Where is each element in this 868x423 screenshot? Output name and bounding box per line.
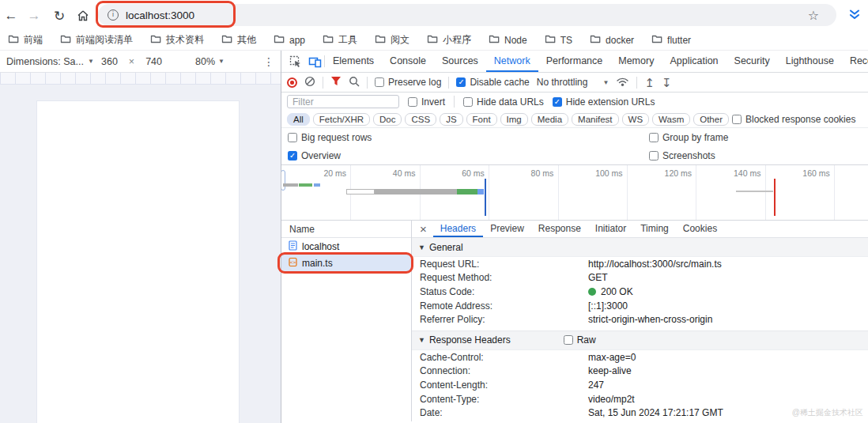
network-conditions-icon[interactable] — [616, 76, 629, 89]
tab-performance[interactable]: Performance — [538, 51, 611, 72]
timeline-gridline — [834, 165, 835, 220]
type-filter-font[interactable]: Font — [466, 113, 497, 126]
clear-network-log-icon[interactable] — [304, 76, 315, 89]
blocked-response-cookies-checkbox[interactable]: Blocked response cookies — [732, 114, 855, 125]
hide-extension-urls-checkbox[interactable]: ✓ Hide extension URLs — [553, 96, 655, 108]
close-icon[interactable]: × — [420, 223, 427, 235]
reload-icon[interactable]: ↻ — [51, 7, 68, 25]
tab-security[interactable]: Security — [726, 51, 778, 72]
status-ok-icon — [588, 288, 596, 296]
dimensions-dropdown[interactable]: Dimensions: Sa... ▼ — [6, 56, 95, 67]
url-text[interactable]: localhost:3000 — [126, 9, 808, 21]
type-filter-css[interactable]: CSS — [405, 113, 436, 126]
more-options-icon[interactable]: ⋮ — [263, 55, 274, 68]
bookmark-folder[interactable]: 前端 — [8, 33, 43, 47]
raw-toggle-checkbox[interactable]: Raw — [564, 334, 596, 346]
type-filter-doc[interactable]: Doc — [373, 113, 402, 126]
checkbox-unchecked[interactable] — [564, 335, 573, 345]
tab-network[interactable]: Network — [486, 51, 538, 72]
type-filter-other[interactable]: Other — [693, 113, 729, 126]
bookmark-folder[interactable]: 其他 — [221, 33, 256, 47]
import-har-icon[interactable]: ↥ — [644, 77, 655, 89]
viewport-height-field[interactable]: 740 — [145, 56, 162, 67]
group-by-frame-checkbox[interactable]: Group by frame — [649, 132, 728, 143]
overview-checkbox[interactable]: ✓ Overview — [288, 150, 341, 161]
general-section-header[interactable]: ▼ General — [412, 238, 868, 257]
details-tab-initiator[interactable]: Initiator — [588, 221, 633, 237]
bookmark-folder[interactable]: 前端阅读清单 — [60, 33, 133, 47]
home-icon[interactable] — [74, 7, 92, 25]
forward-icon[interactable]: → — [25, 7, 43, 25]
checkbox-checked[interactable]: ✓ — [553, 97, 562, 107]
details-tab-cookies[interactable]: Cookies — [676, 221, 724, 237]
bookmark-folder[interactable]: app — [274, 34, 305, 46]
preserve-log-checkbox[interactable]: Preserve log — [375, 77, 441, 88]
site-info-icon[interactable]: i — [108, 9, 119, 21]
invert-checkbox[interactable]: Invert — [408, 96, 445, 108]
toggle-device-toolbar-icon[interactable] — [305, 52, 324, 71]
address-bar[interactable]: i localhost:3000 ☆ — [98, 4, 836, 26]
tab-console[interactable]: Console — [382, 51, 434, 72]
checkbox-unchecked[interactable] — [649, 151, 659, 161]
big-request-rows-checkbox[interactable]: Big request rows — [288, 132, 372, 143]
tab-application[interactable]: Application — [662, 51, 726, 72]
type-filter-fetchxhr[interactable]: Fetch/XHR — [313, 113, 370, 126]
checkbox-unchecked[interactable] — [408, 97, 417, 107]
record-network-log-icon[interactable] — [287, 77, 297, 88]
type-filter-manifest[interactable]: Manifest — [572, 113, 618, 126]
screenshots-checkbox[interactable]: Screenshots — [649, 150, 715, 161]
type-filter-all[interactable]: All — [287, 113, 310, 126]
bookmark-label: 阅文 — [391, 33, 409, 47]
details-tab-timing[interactable]: Timing — [633, 221, 676, 237]
checkbox-checked[interactable]: ✓ — [288, 151, 297, 161]
type-filter-media[interactable]: Media — [531, 113, 568, 126]
tab-recorder[interactable]: Recorder — [842, 51, 868, 72]
checkbox-checked[interactable]: ✓ — [456, 77, 466, 87]
response-headers-section-header[interactable]: ▼ Response Headers Raw — [412, 331, 868, 350]
request-row-localhost[interactable]: localhost — [281, 238, 411, 255]
bookmark-star-icon[interactable]: ☆ — [808, 8, 819, 23]
checkbox-unchecked[interactable] — [732, 115, 742, 124]
viewport-width-field[interactable]: 360 — [101, 56, 118, 67]
bookmark-folder[interactable]: Node — [489, 34, 527, 46]
tab-elements[interactable]: Elements — [325, 51, 382, 72]
bookmark-folder[interactable]: 小程序 — [427, 33, 471, 47]
details-tab-preview[interactable]: Preview — [483, 221, 531, 237]
search-icon[interactable] — [349, 76, 360, 89]
filter-funnel-icon[interactable] — [330, 76, 342, 89]
type-filter-img[interactable]: Img — [500, 113, 528, 126]
bookmark-folder[interactable]: TS — [545, 34, 572, 46]
checkbox-unchecked[interactable] — [463, 97, 473, 107]
type-filter-js[interactable]: JS — [440, 113, 462, 126]
bookmark-label: flutter — [667, 35, 691, 46]
type-filter-wasm[interactable]: Wasm — [652, 113, 690, 126]
request-row-main-ts[interactable]: <>main.ts — [281, 255, 411, 271]
details-tab-headers[interactable]: Headers — [433, 221, 483, 237]
hide-data-urls-checkbox[interactable]: Hide data URLs — [463, 96, 544, 108]
checkbox-unchecked[interactable] — [649, 133, 659, 142]
bookmark-folder[interactable]: 技术资料 — [150, 33, 204, 47]
name-column-header[interactable]: Name — [281, 221, 411, 238]
network-overview-timeline[interactable]: 20 ms40 ms60 ms80 ms100 ms120 ms140 ms16… — [281, 164, 868, 221]
disable-cache-checkbox[interactable]: ✓ Disable cache — [456, 77, 529, 88]
request-type-filter-row: AllFetch/XHRDocCSSJSFontImgMediaManifest… — [281, 111, 868, 128]
back-icon[interactable]: ← — [2, 7, 20, 25]
details-tab-response[interactable]: Response — [531, 221, 588, 237]
checkbox-unchecked[interactable] — [375, 77, 384, 87]
bookmark-folder[interactable]: flutter — [651, 34, 691, 46]
bookmark-folder[interactable]: 阅文 — [375, 33, 409, 47]
inspect-element-icon[interactable] — [286, 52, 305, 71]
tab-sources[interactable]: Sources — [434, 51, 486, 72]
tab-memory[interactable]: Memory — [610, 51, 662, 72]
throttling-dropdown[interactable]: No throttling ▼ — [537, 77, 609, 88]
type-filter-ws[interactable]: WS — [622, 113, 650, 126]
device-viewport-page[interactable] — [37, 101, 239, 423]
checkbox-unchecked[interactable] — [288, 133, 297, 142]
zoom-dropdown[interactable]: 80% ▼ — [195, 56, 225, 67]
tab-lighthouse[interactable]: Lighthouse — [778, 51, 842, 72]
extension-icon[interactable] — [847, 8, 862, 25]
filter-input[interactable] — [287, 95, 399, 108]
export-har-icon[interactable]: ↧ — [662, 77, 672, 89]
bookmark-folder[interactable]: 工具 — [323, 33, 357, 47]
bookmark-folder[interactable]: docker — [590, 34, 634, 46]
